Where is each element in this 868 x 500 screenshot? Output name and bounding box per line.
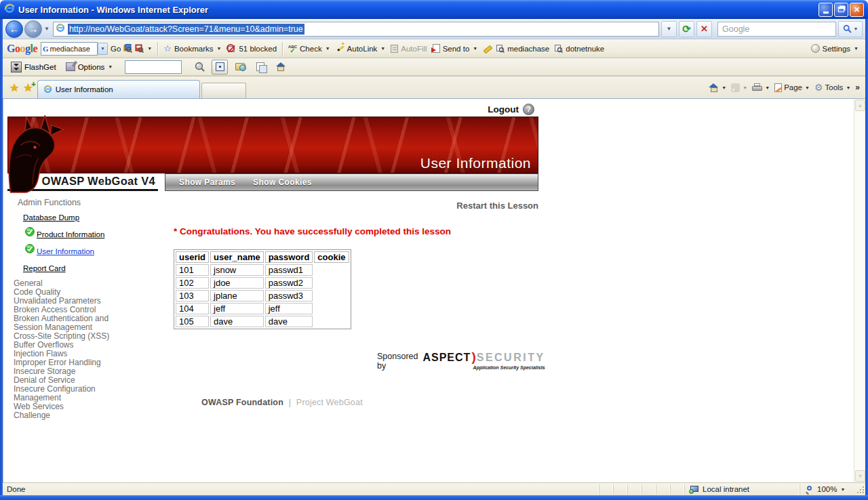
project-webgoat-link[interactable]: Project WebGoat — [296, 398, 363, 407]
flashget-download-all-button[interactable] — [252, 60, 269, 75]
tab-user-information[interactable]: User Information — [37, 80, 200, 98]
google-search-combo[interactable]: G mediachase — [41, 42, 98, 56]
bookmarks-caret-icon: ▼ — [216, 46, 221, 51]
minimize-button[interactable] — [818, 3, 833, 17]
popup-blocker-button[interactable]: 51 blocked — [224, 41, 279, 57]
autolink-wand-icon — [336, 44, 344, 53]
toolbar-overflow-chevron[interactable]: » — [855, 83, 860, 92]
resize-grip[interactable] — [856, 484, 865, 495]
page-body: Admin Functions Database DumpProduct Inf… — [7, 195, 538, 420]
flashget-home-button[interactable] — [273, 60, 289, 75]
go-caret-icon[interactable]: ▼ — [147, 46, 152, 51]
sendto-button[interactable]: Send to ▼ — [430, 41, 481, 57]
url-text[interactable]: http://neo/WebGoat/attack?Screen=71&menu… — [68, 24, 304, 35]
google-go-button[interactable]: Go ▼ — [108, 41, 155, 57]
search-site-icon[interactable] — [135, 44, 144, 53]
print-button[interactable]: ▼ — [752, 83, 770, 91]
google-search-value[interactable]: mediachase — [50, 45, 97, 53]
aspect-security-logo: ASPECT ) SECURITY Application Security S… — [422, 350, 545, 370]
scroll-down-button[interactable]: ▼ — [855, 470, 865, 482]
feeds-caret-icon: ▼ — [743, 85, 747, 90]
flashget-site-explorer-button[interactable] — [232, 60, 248, 75]
refresh-button[interactable]: ⟳ — [679, 21, 694, 37]
autolink-button[interactable]: AutoLink ▼ — [333, 41, 389, 57]
forward-button[interactable]: → — [24, 20, 42, 38]
check-caret-icon: ▼ — [326, 46, 330, 51]
lesson-link-database-dump[interactable]: Database Dump — [23, 213, 79, 222]
search-web-icon[interactable] — [123, 44, 132, 53]
magnifier-icon — [496, 45, 505, 53]
zone-label: Local intranet — [703, 485, 749, 493]
flashget-options-button[interactable]: Options ▼ — [63, 59, 116, 75]
flashget-search-button[interactable] — [191, 60, 208, 75]
back-button[interactable]: ← — [5, 20, 23, 38]
new-tab-button[interactable] — [201, 83, 246, 98]
zoom-caret-icon[interactable]: ▼ — [840, 487, 845, 492]
tools-menu-button[interactable]: ⚙ Tools ▼ — [814, 82, 850, 93]
lesson-link-report-card[interactable]: Report Card — [23, 264, 66, 272]
flashget-menu-button[interactable]: FlashGet — [8, 59, 59, 75]
restore-button[interactable] — [834, 3, 848, 17]
help-button[interactable]: ? — [523, 104, 534, 115]
search-button[interactable]: ▼ — [838, 21, 863, 37]
security-text: SECURITY — [477, 352, 545, 364]
page-menu-button[interactable]: Page ▼ — [774, 83, 810, 92]
aspect-paren: ) — [471, 350, 475, 364]
flashget-url-input[interactable] — [125, 60, 182, 74]
address-bar-field[interactable]: http://neo/WebGoat/attack?Screen=71&menu… — [53, 22, 659, 37]
highlight-button[interactable] — [480, 41, 494, 57]
google-g-icon: G — [43, 45, 49, 53]
restart-lesson-link[interactable]: Restart this Lesson — [174, 201, 538, 211]
menu-button-show-params[interactable]: Show Params — [172, 178, 242, 187]
table-cell — [314, 303, 349, 314]
flashget-icon — [11, 62, 22, 72]
search-box[interactable]: Google — [717, 22, 836, 37]
popup-blocked-icon — [226, 44, 236, 54]
logout-button[interactable]: Logout — [488, 104, 519, 114]
sendto-label: Send to — [443, 45, 470, 53]
add-favorite-button[interactable]: ★ — [23, 81, 33, 94]
completed-check-icon — [25, 227, 35, 238]
menu-button-show-cookies[interactable]: Show Cookies — [246, 178, 319, 187]
status-pane — [670, 484, 684, 495]
address-dropdown-button[interactable]: ▼ — [661, 21, 677, 37]
favorites-center-button[interactable]: ★ — [9, 81, 19, 94]
google-search-dropdown[interactable]: ▼ — [98, 43, 108, 55]
table-cell: 104 — [176, 303, 209, 314]
home-caret-icon: ▼ — [722, 85, 726, 90]
table-cell: 102 — [176, 277, 209, 289]
lesson-link-product-information[interactable]: Product Information — [37, 230, 104, 238]
table-cell: jeff — [210, 303, 264, 314]
status-pane — [613, 484, 627, 495]
scroll-up-button[interactable]: ▲ — [855, 100, 865, 111]
custom-search-mediachase-button[interactable]: mediachase — [494, 41, 552, 57]
bookmarks-button[interactable]: ☆ Bookmarks ▼ — [161, 41, 224, 57]
category-item[interactable]: Broken Authentication and Session Manage… — [14, 314, 137, 332]
lesson-row: Database Dump — [23, 213, 174, 222]
owasp-foundation-link[interactable]: OWASP Foundation — [201, 398, 283, 407]
category-item[interactable]: Challenge — [14, 411, 137, 420]
stop-button[interactable]: ✕ — [696, 21, 712, 37]
lesson-link-user-information[interactable]: User Information — [37, 247, 94, 255]
table-cell: jdoe — [210, 277, 264, 289]
close-button[interactable]: ✕ — [850, 3, 864, 17]
settings-button[interactable]: Settings ▼ — [808, 41, 862, 57]
home-button[interactable]: ▼ — [709, 83, 726, 92]
autolink-caret-icon: ▼ — [380, 46, 385, 51]
category-item[interactable]: Insecure Configuration Management — [14, 385, 137, 402]
page-favicon-icon — [56, 23, 65, 35]
recent-pages-dropdown-icon[interactable]: ▼ — [44, 26, 50, 32]
table-header-password: password — [265, 251, 313, 263]
sidebar-section-admin-functions[interactable]: Admin Functions — [18, 198, 174, 207]
page-caret-icon: ▼ — [805, 85, 810, 90]
toolbar-separator — [282, 42, 283, 56]
sponsor-block: Sponsored by ASPECT ) SECURITY Applicati… — [377, 350, 538, 371]
search-options-caret-icon[interactable]: ▼ — [854, 26, 859, 31]
spellcheck-button[interactable]: ABC✓ Check ▼ — [285, 41, 333, 57]
flashget-monitor-button[interactable] — [212, 60, 228, 75]
zoom-control[interactable]: 100% ▼ — [800, 484, 854, 495]
table-header-cookie: cookie — [314, 251, 349, 263]
options-label: Options — [78, 63, 105, 71]
custom-search-dotnetnuke-button[interactable]: dotnetnuke — [552, 41, 607, 57]
vertical-scrollbar[interactable]: ▲ ▼ — [854, 99, 865, 482]
